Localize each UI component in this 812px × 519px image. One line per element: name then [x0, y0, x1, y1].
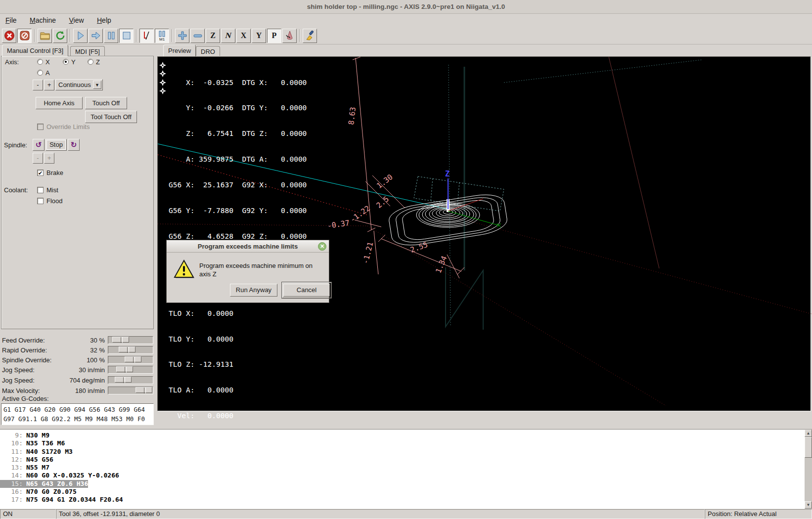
dro-line: TLO X: 0.0000	[169, 309, 307, 318]
view-y-icon: Y	[256, 31, 262, 40]
dim-neg-1-22: -1.22	[349, 204, 372, 224]
dim-1-34: 1.34	[434, 255, 449, 274]
reload-button[interactable]	[53, 29, 67, 43]
override-limits-checkbox[interactable]	[37, 124, 44, 130]
dro-line: A: 359.9875 DTG A: 0.0000	[169, 155, 307, 164]
cancel-button[interactable]: Cancel	[283, 284, 330, 297]
clear-plot-button[interactable]	[303, 29, 317, 43]
homed-icon-y	[159, 70, 166, 77]
position-mode-cell: Position: Relative Actual	[705, 509, 812, 519]
axis-radio-y[interactable]	[63, 59, 69, 65]
view-z-button[interactable]: Z	[206, 29, 220, 43]
menu-view[interactable]: View	[63, 14, 89, 26]
view-y-button[interactable]: Y	[252, 29, 266, 43]
gcode-listing[interactable]: 9:N30 M9 10:N35 T36 M6 11:N40 S1720 M3 1…	[0, 429, 812, 509]
dro-line: TLO Z: -12.9131	[169, 360, 307, 369]
tab-manual-control[interactable]: Manual Control [F3]	[2, 44, 68, 56]
close-icon[interactable]: ✕	[318, 242, 326, 251]
axis-window: shim holder top - milling.ngc - AXIS 2.9…	[0, 0, 812, 519]
scroll-down-icon[interactable]: ▼	[805, 501, 812, 509]
window-title: shim holder top - milling.ngc - AXIS 2.9…	[307, 3, 505, 10]
tab-preview[interactable]: Preview	[163, 44, 196, 56]
run-icon	[75, 30, 86, 41]
stop-button[interactable]	[119, 29, 134, 43]
gcode-scrollbar[interactable]: ▲ ▼	[805, 430, 812, 509]
touch-off-button[interactable]: Touch Off	[85, 97, 127, 109]
toolbar-separator	[299, 29, 300, 42]
view-x-button[interactable]: X	[236, 29, 251, 43]
dro-line: Z: 6.7541 DTG Z: 0.0000	[169, 130, 307, 138]
home-axis-button[interactable]: Home Axis	[36, 97, 83, 109]
dro-line: Y: -0.0266 DTG Y: 0.0000	[169, 104, 307, 112]
pause-button[interactable]	[104, 29, 118, 43]
jog-plus-button[interactable]: +	[44, 80, 54, 90]
spindle-plus-button[interactable]: +	[44, 153, 54, 164]
spindle-ccw-button[interactable]: ↺	[33, 139, 45, 151]
view-z-rotated-button[interactable]: N	[221, 29, 235, 43]
gcode-line[interactable]: 11:N40 S1720 M3	[0, 448, 73, 456]
dim-neg-0-37: -0.37	[327, 218, 350, 230]
dro-line: X: -0.0325 DTG X: 0.0000	[169, 79, 307, 87]
limits-dialog-titlebar[interactable]: Program exceeds machine limits ✕	[167, 240, 329, 253]
axis-radio-z-label: Z	[96, 58, 100, 66]
homed-icons	[159, 62, 166, 96]
open-file-button[interactable]	[38, 29, 52, 43]
gcode-line[interactable]: 17:N75 G94 G1 Z0.0344 F20.64	[0, 496, 123, 504]
warning-icon	[173, 259, 196, 280]
estop-icon	[4, 30, 15, 41]
spindle-stop-button[interactable]: Stop	[45, 139, 67, 151]
axis-radio-a[interactable]	[37, 70, 43, 76]
rotate-view-button[interactable]	[282, 29, 297, 43]
preview-canvas[interactable]: Z 8.63	[157, 56, 811, 411]
dim-8-63: 8.63	[347, 107, 358, 126]
zoom-out-button[interactable]	[190, 29, 205, 43]
axis-radio-x[interactable]	[37, 59, 43, 65]
axis-radio-z[interactable]	[88, 59, 93, 65]
gcode-line[interactable]: 14:N60 G0 X-0.0325 Y-0.0266	[0, 472, 119, 479]
spindle-label: Spindle:	[4, 141, 27, 149]
menu-help[interactable]: Help	[91, 14, 117, 26]
scroll-up-icon[interactable]: ▲	[805, 430, 812, 437]
reload-icon	[55, 30, 66, 41]
mist-label: Mist	[46, 186, 58, 194]
limits-dialog-message: Program exceeds machine minimum on axis …	[199, 261, 324, 278]
optional-pause-button[interactable]: M1	[155, 29, 169, 43]
gcode-line[interactable]: 9:N30 M9	[0, 432, 49, 439]
axis-radio-x-label: X	[45, 58, 50, 66]
menu-file[interactable]: File	[0, 14, 22, 26]
jog-mode-combo[interactable]: Continuous ▼	[55, 79, 103, 90]
gcode-line[interactable]: 10:N35 T36 M6	[0, 439, 65, 447]
chevron-down-icon[interactable]: ▼	[93, 81, 101, 89]
spindle-minus-button[interactable]: -	[33, 153, 43, 164]
menu-machine[interactable]: Machine	[24, 14, 61, 26]
zoom-in-button[interactable]	[175, 29, 189, 43]
machine-power-button[interactable]	[17, 29, 32, 43]
run-button[interactable]	[73, 29, 88, 43]
spindle-ccw-icon: ↺	[36, 140, 42, 149]
scrollbar-thumb[interactable]	[805, 437, 812, 458]
gcode-line[interactable]: 16:N70 G0 Z0.075	[0, 488, 77, 496]
estop-button[interactable]	[2, 29, 16, 43]
status-bar: ON Tool 36, offset -12.9131, diameter 0 …	[0, 509, 812, 519]
view-z-icon: Z	[210, 31, 216, 40]
jog-mode-value: Continuous	[58, 81, 91, 88]
jog-minus-button[interactable]: -	[33, 80, 43, 90]
view-perspective-button[interactable]: P	[267, 29, 281, 43]
flood-checkbox[interactable]	[37, 198, 44, 204]
rotate-view-icon	[284, 30, 295, 41]
dro-line: G56 X: 25.1637 G92 X: 0.0000	[169, 181, 307, 189]
gcode-line[interactable]: 12:N45 G56	[0, 456, 53, 464]
dim-2-5: 2.5	[375, 195, 391, 210]
machine-state-cell: ON	[0, 509, 56, 519]
brake-checkbox[interactable]	[37, 170, 44, 176]
skip-lines-button[interactable]	[139, 29, 154, 43]
tab-dro[interactable]: DRO	[196, 46, 220, 56]
spindle-cw-button[interactable]: ↻	[68, 139, 80, 151]
run-anyway-button[interactable]: Run Anyway	[230, 284, 277, 297]
tool-touch-off-button[interactable]: Tool Touch Off	[85, 111, 137, 123]
mist-checkbox[interactable]	[37, 187, 44, 193]
step-button[interactable]	[89, 29, 103, 43]
toolbar-separator	[70, 29, 71, 42]
gcode-line[interactable]: 13:N55 M7	[0, 464, 49, 472]
gcode-line-current[interactable]: 15:N65 G43 Z0.6 H36	[0, 480, 88, 488]
